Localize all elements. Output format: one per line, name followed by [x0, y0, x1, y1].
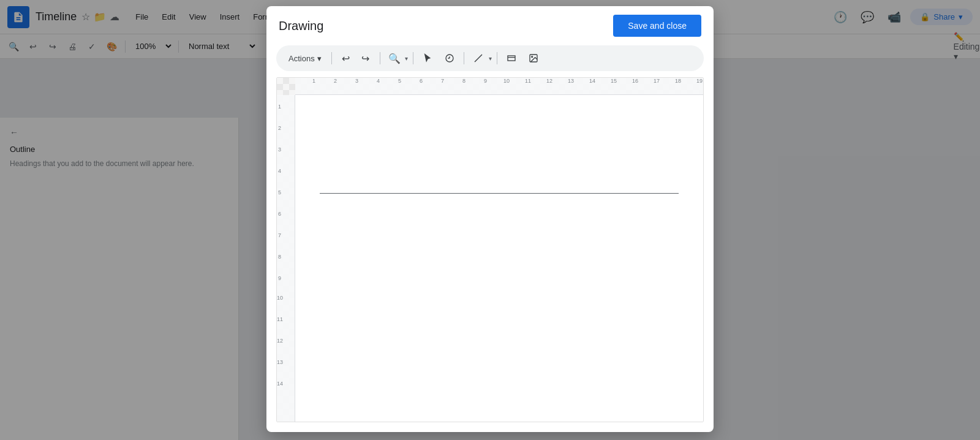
dt-separator-5 [497, 52, 497, 64]
select-tool-btn[interactable] [418, 49, 437, 67]
dt-separator-3 [413, 52, 413, 64]
modal-overlay: Drawing Save and close Actions ▾ ↩ ↪ 🔍 ▾ [0, 0, 980, 440]
zoom-group: 🔍 ▾ [385, 49, 408, 67]
drawing-modal: Drawing Save and close Actions ▾ ↩ ↪ 🔍 ▾ [266, 6, 714, 432]
undo-redo-group: ↩ ↪ [337, 49, 375, 67]
drawing-redo-btn[interactable]: ↪ [356, 49, 375, 67]
edit-tool-btn[interactable] [440, 49, 459, 67]
image-tool-btn[interactable] [524, 49, 543, 67]
line-tool-group: ▾ [469, 49, 492, 67]
svg-rect-4 [508, 56, 515, 61]
drawn-line [320, 193, 679, 194]
h-ruler-marks: 1 2 3 4 5 6 7 8 9 10 11 12 13 14 15 16 1 [295, 78, 703, 94]
save-close-button[interactable]: Save and close [613, 15, 701, 37]
drawing-undo-btn[interactable]: ↩ [337, 49, 355, 67]
actions-label: Actions [288, 54, 315, 63]
zoom-arrow[interactable]: ▾ [405, 55, 408, 62]
svg-point-7 [531, 56, 532, 58]
textbox-tool-btn[interactable] [502, 49, 521, 67]
v-ruler-marks: 1 2 3 4 5 6 7 8 9 10 11 12 13 14 [277, 95, 295, 422]
line-tool-btn[interactable] [469, 49, 488, 67]
vertical-ruler: 1 2 3 4 5 6 7 8 9 10 11 12 13 14 [277, 95, 295, 422]
canvas-surface[interactable] [295, 95, 703, 422]
line-arrow-icon[interactable]: ▾ [489, 55, 492, 62]
modal-title: Drawing [279, 19, 613, 33]
drawing-canvas[interactable]: 1 2 3 4 5 6 7 8 9 10 11 12 13 14 15 16 1 [276, 77, 704, 422]
dt-separator-4 [464, 52, 464, 64]
modal-header: Drawing Save and close [266, 6, 714, 45]
svg-line-3 [475, 55, 482, 62]
dt-separator-1 [331, 52, 332, 64]
zoom-btn[interactable]: 🔍 [385, 49, 404, 67]
dt-separator-2 [380, 52, 380, 64]
actions-arrow-icon: ▾ [317, 54, 322, 63]
horizontal-ruler: 1 2 3 4 5 6 7 8 9 10 11 12 13 14 15 16 1 [295, 78, 703, 95]
actions-dropdown[interactable]: Actions ▾ [284, 51, 326, 66]
drawing-toolbar: Actions ▾ ↩ ↪ 🔍 ▾ [276, 45, 704, 71]
